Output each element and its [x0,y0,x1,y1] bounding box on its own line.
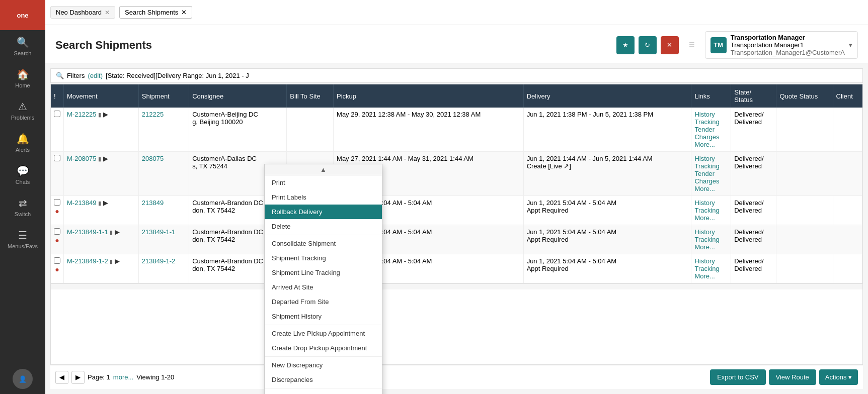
dropdown-item-departed-from-site[interactable]: Departed From Site [265,294,382,309]
link-more[interactable]: More... [694,141,715,148]
tab-search-shipments[interactable]: Search Shipments ✕ [119,6,192,19]
refresh-icon: ↻ [645,41,650,49]
dropdown-item-shipment-history[interactable]: Shipment History [265,309,382,324]
delivery-cell: Jun 1, 2021 5:04 AM - 5:04 AM Appt Requi… [523,254,691,283]
sidebar-item-menus[interactable]: ☰ Menus/Favs [0,223,45,255]
dropdown-item-create-live-pickup[interactable]: Create Live Pickup Appointment [265,326,382,341]
row-checkbox[interactable] [54,228,60,235]
sidebar-item-search[interactable]: 🔍 Search [0,30,45,62]
refresh-button[interactable]: ↻ [639,36,657,54]
dropdown-item-rollback-delivery[interactable]: Rollback Delivery [265,205,382,219]
content-area: 🔍 Filters (edit) [State: Received][Deliv… [45,63,868,394]
more-pages-link[interactable]: more... [113,373,133,381]
sidebar-item-switch[interactable]: ⇄ Switch [0,191,45,223]
close-icon: ✕ [667,41,672,49]
movement-link[interactable]: M-213849-1-1 [67,228,108,236]
table-row: M-212225 ▮ ▶ 212225 CustomerA-Beijing DC… [51,108,862,152]
table-row: ● M-213849 ▮ ▶ 213849 CustomerA-Brandon … [51,196,862,225]
dropdown-item-print-labels[interactable]: Print Labels [265,190,382,205]
sidebar-item-home[interactable]: 🏠 Home [0,62,45,94]
link-tracking[interactable]: Tracking [694,118,719,126]
link-history[interactable]: History [694,257,715,265]
shipment-cell: 213849 [138,196,189,225]
switch-icon: ⇄ [19,197,27,209]
shipment-link[interactable]: 213849-1-1 [142,228,176,236]
movement-link[interactable]: M-213849-1-2 [67,257,108,265]
movement-link[interactable]: M-208075 [67,155,97,162]
export-csv-button[interactable]: Export to CSV [710,369,765,385]
search-icon: 🔍 [17,36,29,48]
dropdown-item-shipment-tracking[interactable]: Shipment Tracking [265,251,382,265]
dropdown-item-create-drop-pickup[interactable]: Create Drop Pickup Appointment [265,341,382,355]
link-more[interactable]: More... [694,272,715,280]
star-button[interactable]: ★ [616,36,635,54]
sidebar-item-problems[interactable]: ⚠ Problems [0,94,45,127]
filters-edit-link[interactable]: (edit) [88,72,103,79]
link-tracking[interactable]: Tracking [694,162,719,170]
close-tab-search-icon[interactable]: ✕ [181,9,187,16]
dropdown-item-consolidate[interactable]: Consolidate Shipment [265,236,382,251]
shipment-cell: 213849-1-1 [138,225,189,254]
shipment-link[interactable]: 213849-1-2 [142,257,176,265]
dropdown-item-print[interactable]: Print [265,175,382,190]
link-tracking[interactable]: Tracking [694,236,719,243]
dropdown-separator [265,235,382,235]
user-info-panel[interactable]: TM Transportation Manager Transportation… [705,31,858,59]
logo: one [0,0,45,30]
sidebar-user-avatar[interactable]: 👤 [13,369,33,389]
movement-link[interactable]: M-213849 [67,199,97,207]
link-tracking[interactable]: Tracking [694,207,719,214]
link-history[interactable]: History [694,155,715,162]
row-checkbox[interactable] [54,199,60,206]
row-checkbox-cell [51,152,64,196]
dropdown-item-arrived-at-site[interactable]: Arrived At Site [265,280,382,294]
col-movement: Movement [64,84,139,108]
sidebar-item-alerts[interactable]: 🔔 Alerts [0,127,45,159]
dropdown-item-download-csv[interactable]: Download CSV For Upload [265,389,382,394]
link-history[interactable]: History [694,111,715,118]
movement-link[interactable]: M-212225 [67,111,97,118]
link-charges[interactable]: Charges [694,133,719,141]
movement-cell: M-213849-1-1 ▮ ▶ [64,225,139,254]
dropdown-item-shipment-line-tracking[interactable]: Shipment Line Tracking [265,265,382,280]
shipment-link[interactable]: 213849 [142,199,164,207]
link-charges[interactable]: Charges [694,177,719,185]
link-more[interactable]: More... [694,185,715,192]
prev-page-button[interactable]: ◀ [55,371,68,384]
sidebar-item-label: Switch [15,211,31,217]
row-checkbox[interactable] [54,111,60,117]
sidebar-item-chats[interactable]: 💬 Chats [0,159,45,191]
row-checkbox[interactable] [54,257,60,264]
link-tender[interactable]: Tender [694,170,715,177]
movement-icon: ▮ [98,200,101,206]
actions-button[interactable]: Actions ▾ [819,369,858,385]
dropdown-item-discrepancies[interactable]: Discrepancies [265,372,382,387]
link-history[interactable]: History [694,199,715,207]
shipment-link[interactable]: 208075 [142,155,164,162]
table-row: ● M-213849-1-1 ▮ ▶ 213849-1-1 CustomerA-… [51,225,862,254]
movement-flag: ▶ [115,228,120,236]
link-tender[interactable]: Tender [694,126,715,133]
consignee-cell: CustomerA-Beijing DC g, Beijing 100020 [189,108,287,152]
tab-neo-dashboard[interactable]: Neo Dashboard ✕ [50,6,115,19]
close-button[interactable]: ✕ [661,36,679,54]
link-history[interactable]: History [694,228,715,236]
link-tracking[interactable]: Tracking [694,265,719,272]
pickup-cell: May 29, 2021 12:38 AM - May 30, 2021 12:… [334,108,524,152]
horizontal-scrollbar[interactable] [51,283,862,289]
close-tab-neo-icon[interactable]: ✕ [105,9,110,16]
error-icon: ● [55,265,59,273]
movement-cell: M-213849-1-2 ▮ ▶ [64,254,139,283]
dropdown-item-delete[interactable]: Delete [265,219,382,234]
dropdown-item-new-discrepancy[interactable]: New Discrepancy [265,358,382,372]
shipment-link[interactable]: 212225 [142,111,164,118]
row-checkbox[interactable] [54,155,60,161]
dropdown-scroll-up[interactable]: ▲ [265,164,382,175]
next-page-button[interactable]: ▶ [71,371,85,384]
link-more[interactable]: More... [694,243,715,251]
view-route-button[interactable]: View Route [769,369,816,385]
client-cell [833,225,862,254]
row-checkbox-cell: ● [51,254,64,283]
menu-button[interactable]: ☰ [683,36,701,54]
link-more[interactable]: More... [694,214,715,222]
